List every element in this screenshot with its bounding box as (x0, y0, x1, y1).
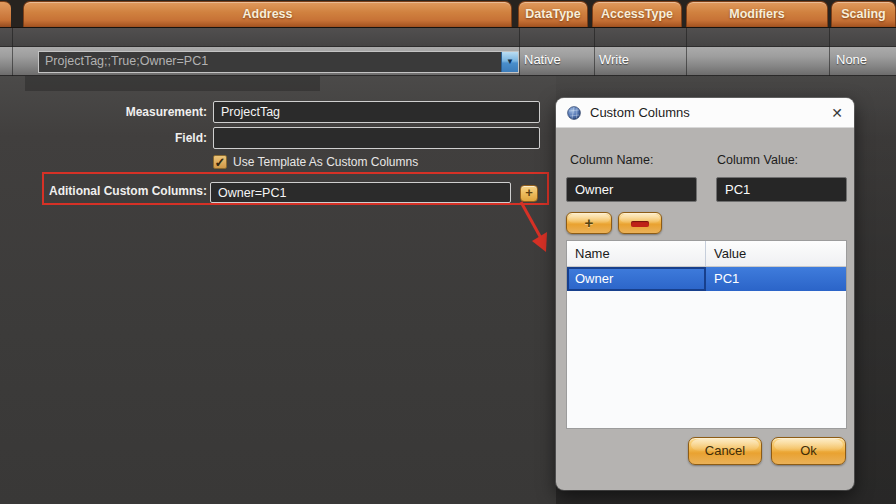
remove-row-button[interactable] (618, 212, 662, 234)
field-input[interactable] (213, 127, 540, 149)
dialog-titlebar[interactable]: Custom Columns ✕ (556, 98, 854, 128)
column-name-input[interactable] (566, 177, 697, 202)
plus-icon: + (585, 214, 594, 231)
address-combobox-value: ProjectTag;;True;Owner=PC1 (45, 54, 208, 68)
table-header-value[interactable]: Value (706, 241, 746, 266)
grid-gridline (12, 28, 13, 76)
use-template-checkbox[interactable]: ✓ (213, 155, 227, 169)
column-value-label: Column Value: (717, 153, 798, 167)
column-name-label: Column Name: (570, 153, 653, 167)
column-header-datatype[interactable]: DataType (518, 1, 588, 28)
dialog-title: Custom Columns (590, 105, 690, 120)
grid-gridline (594, 28, 595, 76)
table-cell-name[interactable]: Owner (567, 267, 706, 291)
column-header-scaling[interactable]: Scaling (831, 1, 896, 28)
custom-columns-table: Name Value Owner PC1 (566, 240, 847, 429)
app-icon (567, 106, 581, 120)
cell-datatype[interactable]: Native (524, 52, 561, 67)
use-template-label: Use Template As Custom Columns (233, 155, 418, 169)
grid-gridline (686, 28, 687, 76)
editor-panel: Measurement: Field: ✓ Use Template As Cu… (0, 76, 896, 504)
checkmark-icon: ✓ (215, 155, 226, 170)
ok-button-label: Ok (800, 443, 817, 458)
grid-gridline (829, 28, 830, 76)
add-row-button[interactable]: + (566, 212, 612, 234)
additional-columns-input[interactable] (210, 182, 511, 203)
table-cell-value[interactable]: PC1 (706, 267, 739, 291)
cancel-button[interactable]: Cancel (688, 437, 762, 465)
close-icon[interactable]: ✕ (831, 106, 843, 120)
row-selector-header (0, 1, 11, 28)
grid-header-row: Address DataType AccessType Modifiers Sc… (0, 0, 896, 28)
column-header-address[interactable]: Address (23, 1, 512, 28)
column-header-modifiers[interactable]: Modifiers (686, 1, 828, 28)
table-header-row: Name Value (567, 241, 846, 267)
dropdown-arrow-icon[interactable]: ▼ (501, 52, 518, 72)
custom-columns-dialog: Custom Columns ✕ Column Name: Column Val… (556, 98, 854, 490)
minus-icon (631, 221, 649, 227)
table-row[interactable]: Owner PC1 (567, 267, 846, 291)
column-value-input[interactable] (716, 177, 847, 202)
table-header-name[interactable]: Name (567, 241, 706, 266)
panel-shadow (25, 76, 320, 91)
cell-scaling[interactable]: None (836, 52, 867, 67)
cancel-button-label: Cancel (705, 443, 745, 458)
application-window: Address DataType AccessType Modifiers Sc… (0, 0, 896, 504)
annotation-arrow (510, 198, 556, 256)
address-combobox[interactable]: ProjectTag;;True;Owner=PC1 ▼ (38, 51, 519, 73)
ok-button[interactable]: Ok (771, 437, 846, 465)
measurement-label: Measurement: (40, 105, 207, 119)
grid-row-empty (0, 28, 896, 47)
field-label: Field: (40, 131, 207, 145)
column-header-accesstype[interactable]: AccessType (592, 1, 682, 28)
measurement-input[interactable] (213, 101, 540, 123)
cell-accesstype[interactable]: Write (599, 52, 629, 67)
grid-gridline (519, 28, 520, 76)
additional-columns-label: Aditional Custom Columns: (40, 184, 207, 198)
